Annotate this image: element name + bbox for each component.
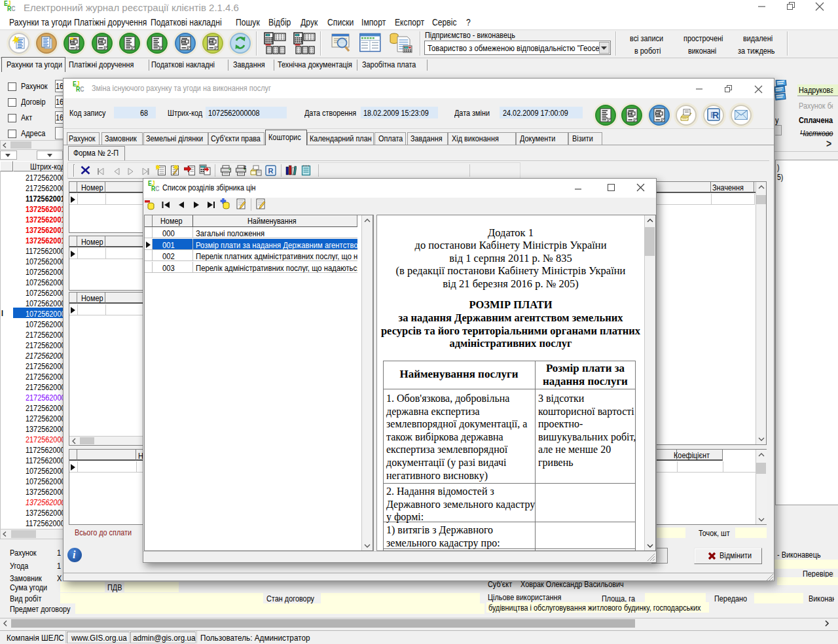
svg-text:R: R	[268, 167, 274, 175]
svg-text:2: 2	[244, 165, 246, 170]
svg-text:R: R	[712, 110, 719, 120]
